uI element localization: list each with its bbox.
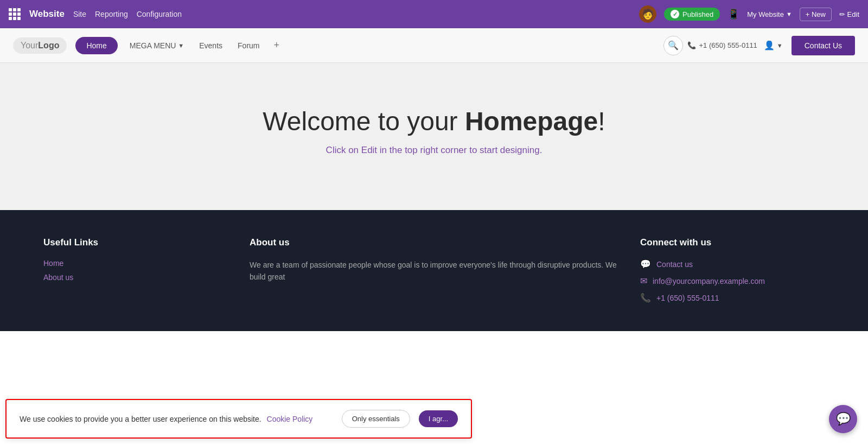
chat-icon: 💬 bbox=[640, 259, 651, 269]
edit-label: ✏ Edit bbox=[839, 10, 859, 18]
new-button[interactable]: + New bbox=[800, 8, 832, 21]
events-link[interactable]: Events bbox=[192, 37, 230, 54]
logo-logo: Logo bbox=[38, 41, 59, 50]
hero-subtitle: Click on Edit in the top right corner to… bbox=[326, 145, 542, 156]
phone-icon: 📞 bbox=[687, 41, 696, 49]
search-icon: 🔍 bbox=[668, 40, 679, 50]
hero-title-suffix: ! bbox=[598, 107, 605, 136]
add-nav-item-button[interactable]: + bbox=[267, 35, 286, 55]
email-icon: ✉ bbox=[640, 276, 647, 286]
published-badge[interactable]: Published bbox=[664, 8, 720, 21]
search-button[interactable]: 🔍 bbox=[663, 36, 683, 55]
published-label: Published bbox=[682, 10, 713, 18]
hero-section: Welcome to your Homepage! Click on Edit … bbox=[0, 63, 868, 210]
footer-useful-links-title: Useful Links bbox=[43, 237, 228, 248]
nav-brand[interactable]: Website bbox=[29, 9, 65, 20]
footer-link-about-us[interactable]: About us bbox=[43, 273, 228, 282]
footer-contact-us[interactable]: 💬 Contact us bbox=[640, 259, 825, 269]
top-navbar: Website Site Reporting Configuration 🧑 P… bbox=[0, 0, 868, 28]
my-website-chevron-icon: ▼ bbox=[786, 11, 792, 17]
edit-button[interactable]: ✏ Edit bbox=[839, 10, 859, 18]
forum-link[interactable]: Forum bbox=[230, 37, 267, 54]
contact-us-button[interactable]: Contact Us bbox=[792, 36, 855, 55]
mobile-icon[interactable]: 📱 bbox=[727, 8, 739, 20]
hero-subtitle-suffix: in the top right corner to start designi… bbox=[377, 145, 542, 155]
home-button[interactable]: Home bbox=[75, 37, 117, 54]
mega-menu-label: MEGA MENU bbox=[130, 41, 176, 50]
hero-subtitle-prefix: Click on bbox=[326, 145, 361, 155]
footer-useful-links: Useful Links Home About us bbox=[43, 237, 228, 309]
hero-title-prefix: Welcome to your bbox=[263, 107, 465, 136]
mega-menu-chevron-icon: ▼ bbox=[178, 42, 184, 49]
avatar-image: 🧑 bbox=[639, 5, 656, 23]
logo-your: Your bbox=[21, 41, 38, 50]
footer-email[interactable]: ✉ info@yourcompany.example.com bbox=[640, 276, 825, 286]
avatar[interactable]: 🧑 bbox=[639, 5, 656, 23]
footer-phone[interactable]: 📞 +1 (650) 555-0111 bbox=[640, 293, 825, 303]
footer-about-us-text: We are a team of passionate people whose… bbox=[250, 259, 618, 283]
footer-about-us-title: About us bbox=[250, 237, 618, 248]
phone-footer-icon: 📞 bbox=[640, 293, 651, 303]
website-navbar: Your Logo Home MEGA MENU ▼ Events Forum … bbox=[0, 28, 868, 63]
user-icon: 👤 bbox=[764, 40, 775, 50]
user-menu[interactable]: 👤 ▼ bbox=[764, 40, 783, 50]
published-check-icon bbox=[671, 10, 679, 18]
my-website-label: My Website bbox=[747, 10, 784, 18]
footer-link-home[interactable]: Home bbox=[43, 259, 228, 268]
footer-email-label: info@yourcompany.example.com bbox=[653, 277, 765, 286]
nav-site-link[interactable]: Site bbox=[73, 10, 86, 18]
nav-configuration-link[interactable]: Configuration bbox=[137, 10, 182, 18]
hero-title: Welcome to your Homepage! bbox=[263, 106, 605, 136]
new-label: + New bbox=[806, 10, 826, 18]
my-website-button[interactable]: My Website ▼ bbox=[747, 10, 792, 18]
user-chevron-icon: ▼ bbox=[777, 42, 783, 49]
hero-title-bold: Homepage bbox=[465, 107, 598, 136]
mega-menu-link[interactable]: MEGA MENU ▼ bbox=[122, 37, 192, 54]
footer: Useful Links Home About us About us We a… bbox=[0, 210, 868, 331]
phone-area: 📞 +1 (650) 555-0111 bbox=[687, 41, 757, 49]
footer-contact-us-label: Contact us bbox=[656, 260, 693, 269]
phone-number: +1 (650) 555-0111 bbox=[699, 41, 757, 49]
nav-reporting-link[interactable]: Reporting bbox=[95, 10, 128, 18]
footer-connect-title: Connect with us bbox=[640, 237, 825, 248]
logo[interactable]: Your Logo bbox=[13, 37, 67, 54]
hero-subtitle-link: Edit bbox=[361, 145, 377, 155]
footer-phone-label: +1 (650) 555-0111 bbox=[656, 294, 719, 302]
footer-connect: Connect with us 💬 Contact us ✉ info@your… bbox=[640, 237, 825, 309]
footer-about-us: About us We are a team of passionate peo… bbox=[250, 237, 618, 309]
apps-grid-icon[interactable] bbox=[9, 8, 21, 20]
